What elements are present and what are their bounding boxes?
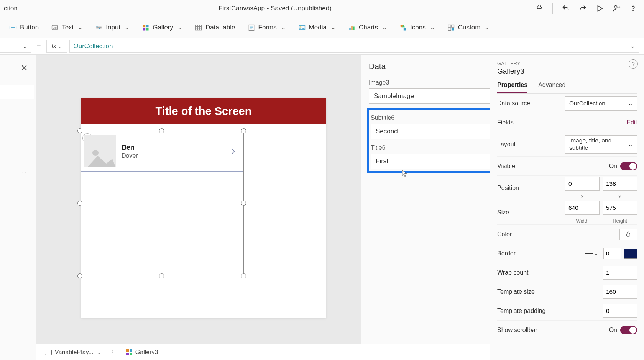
tree-search-input[interactable] [0, 85, 34, 99]
tree-item-more[interactable]: ··· [19, 168, 28, 177]
chevron-down-icon: ⌄ [124, 23, 130, 31]
title-field-select[interactable]: First ⌄ [371, 154, 490, 169]
subtitle-field-select[interactable]: Second ⌄ [371, 124, 490, 139]
insert-input-label: Input [106, 24, 120, 31]
media-icon [298, 24, 306, 31]
gallery-selection[interactable]: Ben Dover [80, 131, 244, 276]
insert-forms[interactable]: Forms ⌄ [242, 17, 292, 38]
insert-custom[interactable]: Custom ⌄ [441, 17, 496, 38]
item-title: Ben [122, 144, 229, 152]
status-gallery[interactable]: Gallery3 [123, 347, 161, 357]
position-x-input[interactable] [565, 177, 600, 191]
undo-button[interactable] [559, 2, 573, 15]
insert-custom-label: Custom [458, 24, 481, 31]
help-icon[interactable]: ? [629, 59, 638, 69]
fx-button[interactable]: fx⌄ [46, 40, 67, 53]
templatesize-input[interactable] [603, 285, 637, 299]
svg-rect-22 [452, 25, 454, 27]
button-icon [9, 24, 17, 31]
redo-button[interactable] [576, 2, 590, 15]
insert-input[interactable]: Input ⌄ [89, 17, 136, 38]
gallery-icon [142, 24, 150, 31]
chevron-down-icon: ⌄ [97, 349, 102, 356]
svg-point-0 [614, 6, 617, 8]
chevron-down-icon: ⌄ [330, 23, 336, 31]
input-icon [95, 24, 103, 31]
expand-formula-button[interactable]: ⌄ [630, 42, 635, 50]
tab-properties[interactable]: Properties [497, 82, 527, 93]
image-field-select[interactable]: SampleImage ⌄ [369, 88, 490, 104]
svg-rect-20 [404, 28, 406, 30]
insert-button[interactable]: Button [3, 17, 45, 38]
insert-media[interactable]: Media ⌄ [292, 17, 342, 38]
position-y-input[interactable] [603, 177, 637, 191]
border-style-select[interactable]: ⌄ [583, 248, 600, 259]
app-checker-button[interactable] [532, 2, 546, 15]
layout-select[interactable]: Image, title, and subtitle ⌄ [565, 135, 637, 154]
insert-charts[interactable]: Charts ⌄ [342, 17, 393, 38]
border-color-button[interactable] [624, 249, 637, 259]
showscrollbar-value: On [609, 327, 617, 334]
property-selector[interactable]: ⌄ [0, 40, 31, 53]
insert-icons[interactable]: Icons ⌄ [393, 17, 441, 38]
control-type-label: GALLERY [497, 61, 637, 66]
insert-text[interactable]: Abc Text ⌄ [45, 17, 89, 38]
insert-icons-label: Icons [410, 24, 426, 31]
templatepadding-input[interactable] [603, 304, 637, 318]
gallery-item[interactable]: Ben Dover [81, 132, 243, 172]
resize-handle[interactable] [241, 201, 246, 206]
border-label: Border [497, 250, 583, 257]
svg-rect-12 [196, 25, 202, 30]
insert-gallery[interactable]: Gallery ⌄ [136, 17, 189, 38]
icons-icon [399, 24, 407, 31]
canvas-area[interactable]: Title of the Screen Ben Dover [36, 55, 490, 360]
svg-point-1 [633, 11, 633, 11]
visible-toggle[interactable] [620, 162, 637, 170]
size-width-input[interactable] [565, 201, 600, 215]
insert-datatable[interactable]: Data table [189, 17, 242, 38]
status-screen-label: VariablePlay... [55, 349, 94, 356]
resize-handle[interactable] [77, 201, 82, 206]
resize-handle[interactable] [241, 273, 246, 278]
share-user-button[interactable] [610, 2, 623, 15]
formula-value: OurCollection [74, 43, 113, 50]
data-panel-title: Data [369, 62, 386, 71]
status-screen[interactable]: VariablePlay... ⌄ [42, 347, 105, 357]
wrapcount-input[interactable] [603, 266, 637, 280]
size-h-label: Height [603, 218, 637, 224]
color-picker-button[interactable] [619, 229, 637, 240]
size-height-input[interactable] [603, 201, 637, 215]
border-width-input[interactable] [603, 248, 621, 259]
app-header-label: Title of the Screen [81, 98, 326, 124]
play-button[interactable] [593, 2, 606, 15]
subtitle-field-label: Subtitle6 [371, 115, 490, 121]
forms-icon [248, 24, 255, 31]
highlighted-region: Subtitle6 Second ⌄ Title6 First ⌄ [367, 108, 490, 173]
close-tree-button[interactable]: ✕ [21, 63, 28, 73]
tab-advanced[interactable]: Advanced [538, 82, 565, 93]
help-button[interactable] [626, 2, 640, 15]
svg-rect-18 [353, 26, 354, 30]
border-line-icon [585, 253, 593, 254]
insert-button-label: Button [20, 24, 39, 31]
templatepadding-label: Template padding [497, 308, 603, 314]
pos-y-label: Y [603, 194, 637, 200]
resize-handle[interactable] [77, 273, 82, 278]
formula-input[interactable]: OurCollection ⌄ [69, 40, 639, 53]
item-subtitle: Dover [122, 152, 229, 159]
resize-handle[interactable] [159, 273, 164, 278]
chevron-right-icon[interactable] [229, 147, 240, 155]
showscrollbar-toggle[interactable] [620, 326, 637, 334]
datatable-icon [195, 24, 202, 31]
data-source-select[interactable]: OurCollection ⌄ [565, 96, 637, 111]
position-label: Position [497, 185, 565, 191]
svg-rect-9 [146, 25, 149, 27]
svg-rect-24 [452, 28, 454, 30]
layout-label: Layout [497, 141, 565, 148]
templatesize-label: Template size [497, 288, 603, 295]
svg-rect-21 [448, 25, 451, 27]
svg-rect-8 [143, 25, 146, 27]
insert-datatable-label: Data table [205, 24, 235, 31]
data-source-label: Data source [497, 100, 565, 107]
fields-edit-link[interactable]: Edit [626, 119, 637, 126]
